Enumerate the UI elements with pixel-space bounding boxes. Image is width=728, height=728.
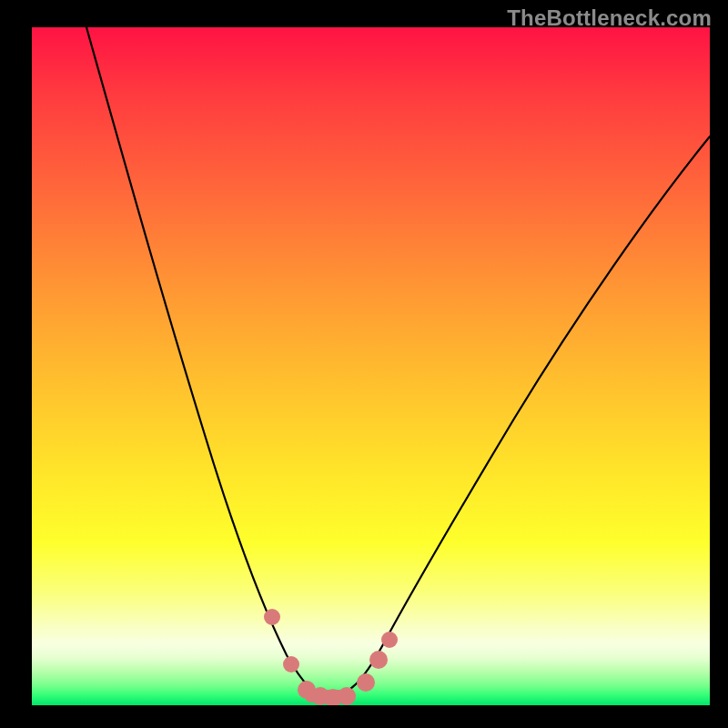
bottleneck-curve: [86, 27, 710, 696]
svg-point-0: [264, 609, 280, 625]
chart-frame: TheBottleneck.com: [0, 0, 728, 728]
svg-point-7: [369, 651, 388, 669]
svg-point-8: [381, 632, 398, 648]
curve-layer: [32, 27, 710, 705]
plot-area: [32, 27, 710, 705]
svg-point-1: [283, 656, 299, 672]
svg-point-6: [357, 673, 375, 692]
svg-rect-9: [305, 690, 350, 703]
watermark-text: TheBottleneck.com: [507, 5, 712, 31]
highlighted-points: [264, 609, 398, 705]
